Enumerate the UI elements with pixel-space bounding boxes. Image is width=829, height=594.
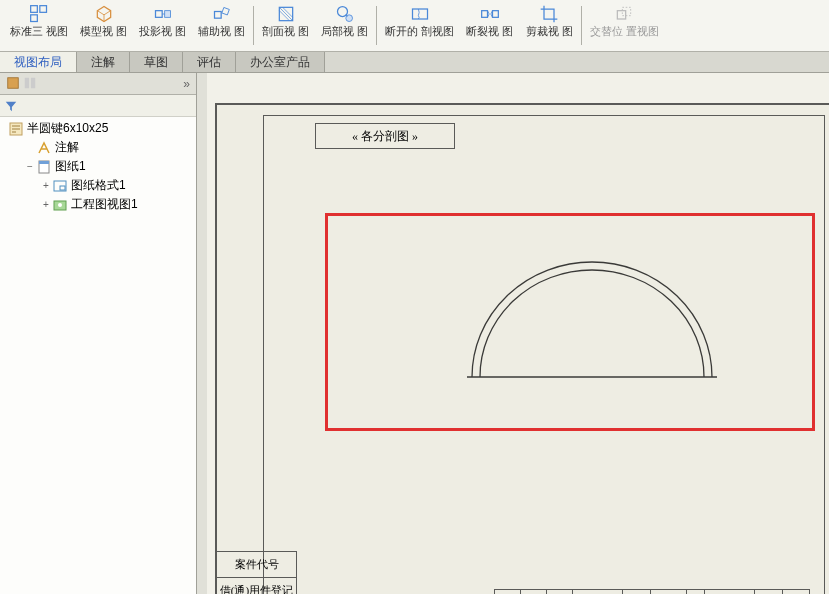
tree-item-drawing-view[interactable]: + 工程图视图1 — [0, 195, 196, 214]
sheet-format-icon — [52, 178, 68, 194]
tool-standard-three-view[interactable]: 标准三 视图 — [4, 2, 74, 49]
tree-item-label: 图纸1 — [55, 158, 86, 175]
tool-section-view[interactable]: 剖面视 图 — [256, 2, 315, 49]
tool-crop-view[interactable]: 剪裁视 图 — [520, 2, 579, 49]
tree-item-sheet[interactable]: − 图纸1 — [0, 157, 196, 176]
feature-tree: 半圆键6x10x25 注解 − 图纸1 + 图纸格式1 + 工程图视图1 — [0, 117, 196, 594]
svg-rect-21 — [25, 77, 29, 88]
tool-label: 交替位 置视图 — [590, 25, 659, 37]
view-title-box: « 各分剖图 » — [315, 123, 455, 149]
tool-label: 断裂视 图 — [466, 25, 513, 37]
tree-item-label: 图纸格式1 — [71, 177, 126, 194]
tab-sketch[interactable]: 草图 — [130, 52, 183, 72]
toolbar-separator — [253, 6, 254, 45]
tool-model-view[interactable]: 模型视 图 — [74, 2, 133, 49]
svg-rect-12 — [492, 11, 498, 18]
svg-rect-13 — [617, 11, 625, 19]
drawing-view-icon — [52, 197, 68, 213]
top-toolbar: 标准三 视图 模型视 图 投影视 图 辅助视 图 剖面视 图 局部视 图 断开的… — [0, 0, 829, 52]
svg-rect-10 — [412, 9, 427, 19]
drawing-canvas[interactable]: GX / 网 system.com « 各分剖图 » 案件代号 借(通)用件登记… — [197, 73, 829, 594]
sheet-icon — [36, 159, 52, 175]
svg-rect-14 — [622, 7, 630, 15]
tool-auxiliary-view[interactable]: 辅助视 图 — [192, 2, 251, 49]
table-row: 借(通)用件登记 — [217, 578, 297, 594]
tool-label: 剖面视 图 — [262, 25, 309, 37]
tree-expander[interactable]: + — [40, 180, 52, 191]
tool-label: 断开的 剖视图 — [385, 25, 454, 37]
drawing-doc-icon — [8, 121, 24, 137]
panel-tab-icon[interactable] — [6, 76, 20, 92]
svg-rect-5 — [214, 12, 221, 19]
table-row: 案件代号 — [217, 552, 297, 578]
svg-rect-2 — [31, 15, 38, 22]
svg-rect-22 — [31, 77, 35, 88]
tool-label: 标准三 视图 — [10, 25, 68, 37]
svg-rect-3 — [155, 11, 162, 18]
tree-expander[interactable]: + — [40, 199, 52, 210]
half-circle-part — [462, 257, 722, 397]
toolbar-separator — [376, 6, 377, 45]
svg-rect-0 — [31, 6, 38, 13]
tool-label: 辅助视 图 — [198, 25, 245, 37]
tool-label: 剪裁视 图 — [526, 25, 573, 37]
svg-rect-25 — [39, 161, 49, 164]
tree-expander[interactable]: − — [24, 161, 36, 172]
tool-break-view[interactable]: 断裂视 图 — [460, 2, 519, 49]
svg-point-29 — [58, 203, 62, 207]
svg-rect-1 — [40, 6, 47, 13]
drawing-scrollbar[interactable] — [197, 73, 207, 594]
tool-projection-view[interactable]: 投影视 图 — [133, 2, 192, 49]
tree-item-label: 注解 — [55, 139, 79, 156]
left-title-table: 案件代号 借(通)用件登记 归底图总号 底图总号 — [217, 551, 297, 594]
feature-tree-panel: » 半圆键6x10x25 注解 − 图纸1 + 图纸格式1 — [0, 73, 197, 594]
svg-rect-11 — [482, 11, 488, 18]
tool-broken-section[interactable]: 断开的 剖视图 — [379, 2, 460, 49]
tree-item-label: 工程图视图1 — [71, 196, 138, 213]
tool-alternate-position[interactable]: 交替位 置视图 — [584, 2, 665, 49]
tab-annotation[interactable]: 注解 — [77, 52, 130, 72]
tool-label: 投影视 图 — [139, 25, 186, 37]
tab-view-layout[interactable]: 视图布局 — [0, 52, 77, 72]
toolbar-separator — [581, 6, 582, 45]
tool-label: 局部视 图 — [321, 25, 368, 37]
tool-detail-view[interactable]: 局部视 图 — [315, 2, 374, 49]
tab-evaluate[interactable]: 评估 — [183, 52, 236, 72]
svg-rect-27 — [60, 186, 65, 190]
tree-root-label: 半圆键6x10x25 — [27, 120, 108, 137]
svg-rect-6 — [222, 7, 229, 14]
filter-row[interactable] — [0, 95, 196, 117]
panel-header: » — [0, 73, 196, 95]
drawing-sheet: « 各分剖图 » 案件代号 借(通)用件登记 归底图总号 底图总号 材质 <未指… — [215, 103, 829, 594]
tree-root[interactable]: 半圆键6x10x25 — [0, 119, 196, 138]
tab-office[interactable]: 办公室产品 — [236, 52, 325, 72]
revision-table: 标记 处数 分区 更改文件号 — [494, 589, 829, 594]
ribbon-tabs: 视图布局 注解 草图 评估 办公室产品 — [0, 52, 829, 73]
tree-item-annotation[interactable]: 注解 — [0, 138, 196, 157]
annotation-icon — [36, 140, 52, 156]
tool-label: 模型视 图 — [80, 25, 127, 37]
svg-rect-4 — [164, 11, 170, 18]
panel-expand-icon[interactable]: » — [183, 77, 190, 91]
panel-tab2-icon[interactable] — [23, 76, 37, 92]
svg-rect-20 — [8, 77, 19, 88]
main-area: » 半圆键6x10x25 注解 − 图纸1 + 图纸格式1 — [0, 73, 829, 594]
tree-item-sheet-format[interactable]: + 图纸格式1 — [0, 176, 196, 195]
